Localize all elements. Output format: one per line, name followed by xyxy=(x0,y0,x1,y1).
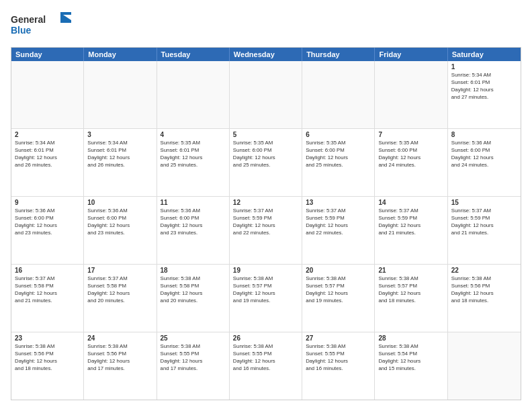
day-info: Sunrise: 5:38 AM Sunset: 5:57 PM Dayligh… xyxy=(233,275,298,305)
day-1: 1Sunrise: 5:34 AM Sunset: 6:01 PM Daylig… xyxy=(448,61,521,128)
empty-cell xyxy=(302,61,375,128)
day-number: 26 xyxy=(233,334,298,342)
day-15: 15Sunrise: 5:37 AM Sunset: 5:59 PM Dayli… xyxy=(448,197,521,264)
day-22: 22Sunrise: 5:38 AM Sunset: 5:56 PM Dayli… xyxy=(448,265,521,332)
day-info: Sunrise: 5:38 AM Sunset: 5:55 PM Dayligh… xyxy=(233,343,298,373)
day-9: 9Sunrise: 5:36 AM Sunset: 6:00 PM Daylig… xyxy=(11,197,84,264)
header-saturday: Saturday xyxy=(448,48,521,61)
day-number: 23 xyxy=(15,334,80,342)
day-info: Sunrise: 5:38 AM Sunset: 5:57 PM Dayligh… xyxy=(378,275,443,305)
day-info: Sunrise: 5:38 AM Sunset: 5:58 PM Dayligh… xyxy=(161,275,226,305)
empty-cell xyxy=(375,61,447,128)
day-14: 14Sunrise: 5:37 AM Sunset: 5:59 PM Dayli… xyxy=(375,197,447,264)
day-6: 6Sunrise: 5:35 AM Sunset: 6:00 PM Daylig… xyxy=(302,129,375,196)
day-number: 21 xyxy=(378,267,443,274)
day-info: Sunrise: 5:34 AM Sunset: 6:01 PM Dayligh… xyxy=(87,140,152,169)
day-info: Sunrise: 5:38 AM Sunset: 5:54 PM Dayligh… xyxy=(378,343,443,373)
day-info: Sunrise: 5:37 AM Sunset: 5:59 PM Dayligh… xyxy=(378,208,443,237)
day-number: 25 xyxy=(161,334,226,342)
logo: General Blue xyxy=(11,11,78,40)
day-12: 12Sunrise: 5:37 AM Sunset: 5:59 PM Dayli… xyxy=(230,197,302,264)
day-info: Sunrise: 5:35 AM Sunset: 6:00 PM Dayligh… xyxy=(378,140,443,169)
day-number: 1 xyxy=(451,63,517,71)
day-2: 2Sunrise: 5:34 AM Sunset: 6:01 PM Daylig… xyxy=(11,129,84,196)
day-info: Sunrise: 5:38 AM Sunset: 5:56 PM Dayligh… xyxy=(451,275,517,305)
header-friday: Friday xyxy=(375,48,447,61)
cal-row-0: 1Sunrise: 5:34 AM Sunset: 6:01 PM Daylig… xyxy=(11,61,521,129)
day-7: 7Sunrise: 5:35 AM Sunset: 6:00 PM Daylig… xyxy=(375,129,447,196)
day-info: Sunrise: 5:34 AM Sunset: 6:01 PM Dayligh… xyxy=(15,140,80,169)
day-number: 8 xyxy=(451,131,517,138)
day-number: 28 xyxy=(378,334,443,342)
header-wednesday: Wednesday xyxy=(230,48,302,61)
day-number: 20 xyxy=(306,267,371,274)
day-24: 24Sunrise: 5:38 AM Sunset: 5:56 PM Dayli… xyxy=(84,332,157,400)
day-23: 23Sunrise: 5:38 AM Sunset: 5:56 PM Dayli… xyxy=(11,332,84,400)
day-21: 21Sunrise: 5:38 AM Sunset: 5:57 PM Dayli… xyxy=(375,265,447,332)
day-number: 16 xyxy=(15,267,80,274)
page: General Blue SundayMondayTuesdayWednesda… xyxy=(0,0,532,411)
header-monday: Monday xyxy=(84,48,157,61)
day-25: 25Sunrise: 5:38 AM Sunset: 5:55 PM Dayli… xyxy=(157,332,230,400)
cal-row-3: 16Sunrise: 5:37 AM Sunset: 5:58 PM Dayli… xyxy=(11,265,521,332)
day-number: 3 xyxy=(87,131,152,138)
day-26: 26Sunrise: 5:38 AM Sunset: 5:55 PM Dayli… xyxy=(230,332,302,400)
day-info: Sunrise: 5:37 AM Sunset: 5:59 PM Dayligh… xyxy=(451,208,517,237)
day-info: Sunrise: 5:36 AM Sunset: 6:00 PM Dayligh… xyxy=(451,140,517,169)
day-info: Sunrise: 5:38 AM Sunset: 5:56 PM Dayligh… xyxy=(87,343,152,373)
day-number: 27 xyxy=(306,334,371,342)
day-number: 6 xyxy=(306,131,371,138)
calendar-header: SundayMondayTuesdayWednesdayThursdayFrid… xyxy=(11,48,521,61)
day-info: Sunrise: 5:37 AM Sunset: 5:58 PM Dayligh… xyxy=(15,275,80,305)
day-13: 13Sunrise: 5:37 AM Sunset: 5:59 PM Dayli… xyxy=(302,197,375,264)
header-thursday: Thursday xyxy=(302,48,375,61)
day-info: Sunrise: 5:38 AM Sunset: 5:55 PM Dayligh… xyxy=(306,343,371,373)
day-number: 5 xyxy=(233,131,298,138)
cal-row-4: 23Sunrise: 5:38 AM Sunset: 5:56 PM Dayli… xyxy=(11,332,521,400)
day-number: 12 xyxy=(233,199,298,206)
header: General Blue xyxy=(11,11,521,40)
day-info: Sunrise: 5:36 AM Sunset: 6:00 PM Dayligh… xyxy=(87,208,152,237)
day-number: 7 xyxy=(378,131,443,138)
day-info: Sunrise: 5:37 AM Sunset: 5:59 PM Dayligh… xyxy=(306,208,371,237)
day-3: 3Sunrise: 5:34 AM Sunset: 6:01 PM Daylig… xyxy=(84,129,157,196)
day-info: Sunrise: 5:35 AM Sunset: 6:01 PM Dayligh… xyxy=(161,140,226,169)
day-number: 24 xyxy=(87,334,152,342)
day-info: Sunrise: 5:37 AM Sunset: 5:59 PM Dayligh… xyxy=(233,208,298,237)
cal-row-2: 9Sunrise: 5:36 AM Sunset: 6:00 PM Daylig… xyxy=(11,197,521,265)
day-19: 19Sunrise: 5:38 AM Sunset: 5:57 PM Dayli… xyxy=(230,265,302,332)
day-10: 10Sunrise: 5:36 AM Sunset: 6:00 PM Dayli… xyxy=(84,197,157,264)
empty-cell xyxy=(230,61,302,128)
day-27: 27Sunrise: 5:38 AM Sunset: 5:55 PM Dayli… xyxy=(302,332,375,400)
day-number: 18 xyxy=(161,267,226,274)
day-20: 20Sunrise: 5:38 AM Sunset: 5:57 PM Dayli… xyxy=(302,265,375,332)
day-number: 15 xyxy=(451,199,517,206)
day-number: 9 xyxy=(15,199,80,206)
empty-cell xyxy=(157,61,230,128)
calendar: SundayMondayTuesdayWednesdayThursdayFrid… xyxy=(11,47,521,400)
day-number: 2 xyxy=(15,131,80,138)
day-info: Sunrise: 5:37 AM Sunset: 5:58 PM Dayligh… xyxy=(87,275,152,305)
svg-text:General: General xyxy=(11,14,46,25)
logo-icon: General Blue xyxy=(11,11,78,38)
day-info: Sunrise: 5:38 AM Sunset: 5:55 PM Dayligh… xyxy=(161,343,226,373)
empty-cell xyxy=(448,332,521,400)
day-number: 17 xyxy=(87,267,152,274)
day-info: Sunrise: 5:38 AM Sunset: 5:57 PM Dayligh… xyxy=(306,275,371,305)
day-info: Sunrise: 5:36 AM Sunset: 6:00 PM Dayligh… xyxy=(161,208,226,237)
day-5: 5Sunrise: 5:35 AM Sunset: 6:00 PM Daylig… xyxy=(230,129,302,196)
day-info: Sunrise: 5:34 AM Sunset: 6:01 PM Dayligh… xyxy=(451,72,517,101)
svg-text:Blue: Blue xyxy=(11,25,32,36)
day-11: 11Sunrise: 5:36 AM Sunset: 6:00 PM Dayli… xyxy=(157,197,230,264)
day-info: Sunrise: 5:35 AM Sunset: 6:00 PM Dayligh… xyxy=(306,140,371,169)
day-28: 28Sunrise: 5:38 AM Sunset: 5:54 PM Dayli… xyxy=(375,332,447,400)
day-number: 13 xyxy=(306,199,371,206)
day-number: 19 xyxy=(233,267,298,274)
day-number: 11 xyxy=(161,199,226,206)
day-17: 17Sunrise: 5:37 AM Sunset: 5:58 PM Dayli… xyxy=(84,265,157,332)
day-18: 18Sunrise: 5:38 AM Sunset: 5:58 PM Dayli… xyxy=(157,265,230,332)
day-4: 4Sunrise: 5:35 AM Sunset: 6:01 PM Daylig… xyxy=(157,129,230,196)
empty-cell xyxy=(11,61,84,128)
day-number: 4 xyxy=(161,131,226,138)
day-8: 8Sunrise: 5:36 AM Sunset: 6:00 PM Daylig… xyxy=(448,129,521,196)
